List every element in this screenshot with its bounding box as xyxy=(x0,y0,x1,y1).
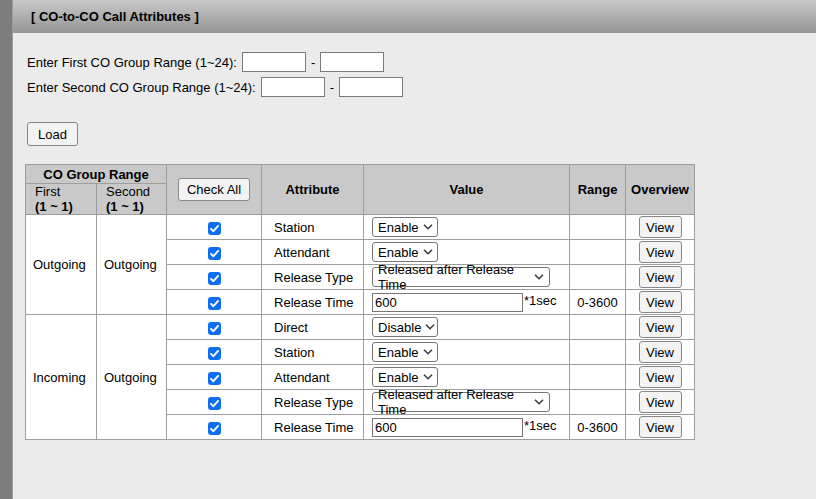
view-button[interactable]: View xyxy=(639,266,682,288)
overview-cell: View xyxy=(626,340,695,365)
page-title: [ CO-to-CO Call Attributes ] xyxy=(31,9,199,24)
second-co-group-cell: Outgoing xyxy=(97,315,167,440)
station-select[interactable]: Enable xyxy=(372,217,438,237)
chevron-down-icon xyxy=(425,324,435,330)
release-type-select[interactable]: Released after Release Time xyxy=(372,392,550,412)
release-type-select[interactable]: Released after Release Time xyxy=(372,267,550,287)
second-co-group-cell: Outgoing xyxy=(97,215,167,315)
value-cell: Enable xyxy=(364,215,570,240)
overview-cell: View xyxy=(626,290,695,315)
first-co-group-from-input[interactable] xyxy=(242,52,306,72)
check-icon xyxy=(208,322,221,335)
range-cell xyxy=(570,265,626,290)
second-co-group-from-input[interactable] xyxy=(261,77,325,97)
range-separator: - xyxy=(330,80,334,95)
checkbox-cell xyxy=(167,415,262,440)
checkbox-cell xyxy=(167,215,262,240)
chevron-down-icon xyxy=(534,399,544,405)
select-value: Disable xyxy=(378,320,421,335)
second-co-group-range-row: Enter Second CO Group Range (1~24): - xyxy=(27,77,403,97)
select-value: Released after Release Time xyxy=(378,265,530,290)
view-button[interactable]: View xyxy=(639,391,682,413)
second-range-label: (1 ~ 1) xyxy=(106,199,166,214)
overview-cell: View xyxy=(626,365,695,390)
attendant-select[interactable]: Enable xyxy=(372,367,438,387)
attendant-checkbox[interactable] xyxy=(208,372,221,385)
range-cell xyxy=(570,390,626,415)
main-content: Enter First CO Group Range (1~24): - Ent… xyxy=(13,33,816,499)
second-label: Second xyxy=(106,184,166,199)
check-icon xyxy=(208,272,221,285)
checkbox-cell xyxy=(167,240,262,265)
load-button[interactable]: Load xyxy=(27,122,78,146)
range-cell xyxy=(570,240,626,265)
first-co-group-to-input[interactable] xyxy=(320,52,384,72)
release-type-checkbox[interactable] xyxy=(208,397,221,410)
view-button[interactable]: View xyxy=(639,216,682,238)
attribute-cell: Release Time xyxy=(262,415,364,440)
unit-label: *1sec xyxy=(524,293,557,308)
value-cell: *1sec xyxy=(364,290,570,315)
view-button[interactable]: View xyxy=(639,291,682,313)
range-header: Range xyxy=(570,165,626,215)
range-cell xyxy=(570,315,626,340)
station-checkbox[interactable] xyxy=(208,347,221,360)
value-cell: Enable xyxy=(364,340,570,365)
range-cell: 0-3600 xyxy=(570,290,626,315)
table-row: IncomingOutgoingDirectDisableView xyxy=(26,315,695,340)
direct-checkbox[interactable] xyxy=(208,322,221,335)
check-all-button[interactable]: Check All xyxy=(178,178,250,201)
first-co-group-range-label: Enter First CO Group Range (1~24): xyxy=(27,55,237,70)
attribute-cell: Attendant xyxy=(262,365,364,390)
value-cell: *1sec xyxy=(364,415,570,440)
first-range-label: (1 ~ 1) xyxy=(35,199,96,214)
second-co-group-to-input[interactable] xyxy=(339,77,403,97)
view-button[interactable]: View xyxy=(639,416,682,438)
attribute-cell: Release Type xyxy=(262,390,364,415)
overview-cell: View xyxy=(626,390,695,415)
value-header: Value xyxy=(364,165,570,215)
direct-select[interactable]: Disable xyxy=(372,317,438,337)
overview-cell: View xyxy=(626,315,695,340)
chevron-down-icon xyxy=(423,224,433,230)
value-cell: Disable xyxy=(364,315,570,340)
station-checkbox[interactable] xyxy=(208,222,221,235)
checkbox-cell xyxy=(167,290,262,315)
value-cell: Enable xyxy=(364,365,570,390)
co-group-range-header: CO Group Range xyxy=(26,165,167,184)
first-co-group-cell: Outgoing xyxy=(26,215,97,315)
value-cell: Released after Release Time xyxy=(364,265,570,290)
view-button[interactable]: View xyxy=(639,241,682,263)
view-button[interactable]: View xyxy=(639,316,682,338)
release-time-input[interactable] xyxy=(372,293,523,312)
second-co-group-range-label: Enter Second CO Group Range (1~24): xyxy=(27,80,256,95)
check-icon xyxy=(208,372,221,385)
overview-cell: View xyxy=(626,265,695,290)
attribute-header: Attribute xyxy=(262,165,364,215)
check-icon xyxy=(208,222,221,235)
attribute-cell: Release Type xyxy=(262,265,364,290)
select-value: Enable xyxy=(378,370,418,385)
station-select[interactable]: Enable xyxy=(372,342,438,362)
chevron-down-icon xyxy=(534,274,544,280)
checkbox-cell xyxy=(167,315,262,340)
chevron-down-icon xyxy=(423,249,433,255)
checkbox-cell xyxy=(167,340,262,365)
attendant-checkbox[interactable] xyxy=(208,247,221,260)
value-cell: Enable xyxy=(364,240,570,265)
view-button[interactable]: View xyxy=(639,366,682,388)
release-time-input[interactable] xyxy=(372,418,523,437)
check-all-header-cell: Check All xyxy=(167,165,262,215)
range-cell xyxy=(570,365,626,390)
checkbox-cell xyxy=(167,365,262,390)
check-icon xyxy=(208,397,221,410)
attribute-cell: Station xyxy=(262,215,364,240)
release-time-checkbox[interactable] xyxy=(208,297,221,310)
first-label: First xyxy=(35,184,96,199)
check-icon xyxy=(208,347,221,360)
attendant-select[interactable]: Enable xyxy=(372,242,438,262)
view-button[interactable]: View xyxy=(639,341,682,363)
release-type-checkbox[interactable] xyxy=(208,272,221,285)
checkbox-cell xyxy=(167,265,262,290)
release-time-checkbox[interactable] xyxy=(208,422,221,435)
